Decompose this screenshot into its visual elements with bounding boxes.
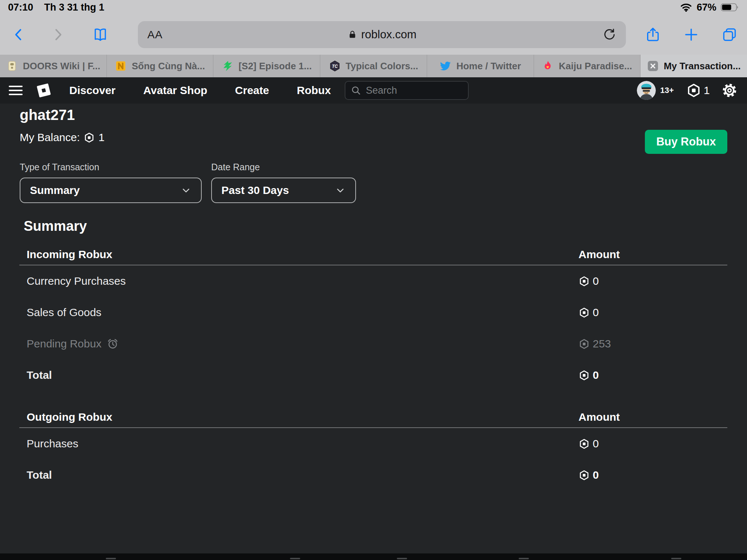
section-title: Summary bbox=[24, 218, 747, 234]
status-time: 07:10 bbox=[8, 2, 33, 13]
table-row-currency-purchases: Currency Purchases 0 bbox=[19, 265, 727, 297]
back-button[interactable] bbox=[12, 27, 26, 42]
date-range-dropdown[interactable]: Past 30 Days bbox=[211, 178, 356, 203]
url-text: roblox.com bbox=[361, 28, 417, 41]
amount-header: Amount bbox=[578, 411, 727, 423]
balance-label: My Balance: bbox=[20, 131, 80, 144]
status-bar: 07:10 Th 3 31 thg 1 67% bbox=[0, 0, 747, 15]
flame-icon bbox=[542, 60, 554, 72]
robux-icon bbox=[578, 470, 590, 481]
robux-icon bbox=[578, 338, 590, 350]
transactions-page: ghat271 My Balance: 1 Buy Robux Type of … bbox=[0, 104, 747, 560]
table-row-purchases: Purchases 0 bbox=[19, 428, 727, 459]
battery-percent: 67% bbox=[697, 2, 716, 13]
row-label: Purchases bbox=[27, 438, 78, 450]
tab-label: Typical Colors... bbox=[346, 61, 418, 72]
tab-s2-episode[interactable]: [S2] Episode 1... bbox=[213, 55, 320, 77]
twitter-bird-icon bbox=[440, 60, 451, 72]
row-label: Currency Purchases bbox=[27, 275, 126, 287]
table-row-pending-robux: Pending Robux 253 bbox=[19, 328, 727, 359]
tab-kaiju-paradise[interactable]: Kaiju Paradise... bbox=[534, 55, 641, 77]
row-label: Total bbox=[27, 369, 52, 381]
amount-value: 0 bbox=[593, 438, 599, 450]
tab-label: DOORS Wiki | F... bbox=[23, 61, 100, 72]
incoming-robux-header: Incoming Robux bbox=[27, 248, 578, 261]
robux-icon bbox=[578, 276, 590, 287]
gear-icon[interactable] bbox=[721, 82, 738, 98]
status-date: Th 3 31 thg 1 bbox=[44, 2, 104, 13]
buy-robux-button[interactable]: Buy Robux bbox=[645, 130, 727, 154]
amount-value: 0 bbox=[593, 275, 599, 287]
robux-count: 1 bbox=[704, 84, 710, 97]
page-title-username: ghat271 bbox=[20, 106, 727, 123]
tab-label: [S2] Episode 1... bbox=[239, 61, 312, 72]
date-range-label: Date Range bbox=[211, 162, 356, 172]
tc-hexagon-icon: TC bbox=[329, 60, 341, 72]
amount-header: Amount bbox=[578, 248, 727, 261]
transaction-type-dropdown[interactable]: Summary bbox=[20, 178, 202, 203]
robux-balance-button[interactable]: 1 bbox=[686, 83, 710, 98]
amount-value: 0 bbox=[593, 306, 599, 319]
menu-button[interactable] bbox=[9, 86, 23, 95]
robux-icon bbox=[686, 83, 701, 98]
row-label: Total bbox=[27, 469, 52, 481]
tab-my-transactions[interactable]: My Transaction... bbox=[640, 55, 747, 77]
nav-link-discover[interactable]: Discover bbox=[69, 84, 116, 97]
nav-link-avatar-shop[interactable]: Avatar Shop bbox=[143, 84, 208, 97]
tab-label: Sống Cùng Nà... bbox=[132, 61, 205, 72]
reader-button[interactable]: AA bbox=[147, 28, 163, 41]
row-label: Pending Robux bbox=[27, 338, 101, 350]
roblox-navbar: Discover Avatar Shop Create Robux 13+ bbox=[0, 77, 747, 104]
balance-value: 1 bbox=[98, 131, 105, 144]
table-row-total: Total 0 bbox=[19, 459, 727, 491]
browser-toolbar: AA roblox.com bbox=[0, 15, 747, 55]
close-icon[interactable] bbox=[647, 60, 659, 72]
forward-button[interactable] bbox=[50, 27, 65, 42]
amount-value: 253 bbox=[593, 338, 611, 350]
nav-link-create[interactable]: Create bbox=[235, 84, 269, 97]
refresh-button[interactable] bbox=[603, 28, 616, 42]
new-tab-button[interactable] bbox=[684, 27, 699, 42]
search-box[interactable] bbox=[345, 81, 469, 100]
transaction-type-label: Type of Transaction bbox=[20, 162, 202, 172]
search-icon bbox=[351, 85, 361, 96]
bookmarks-icon[interactable] bbox=[92, 26, 109, 43]
wifi-icon bbox=[680, 3, 692, 12]
svg-text:TC: TC bbox=[332, 64, 338, 69]
tab-label: Home / Twitter bbox=[456, 61, 521, 72]
nav-link-robux[interactable]: Robux bbox=[297, 84, 331, 97]
outgoing-robux-header: Outgoing Robux bbox=[27, 411, 578, 423]
outgoing-robux-table: Outgoing Robux Amount Purchases 0 Total … bbox=[19, 407, 727, 491]
avatar[interactable] bbox=[637, 81, 656, 100]
incoming-robux-table: Incoming Robux Amount Currency Purchases… bbox=[19, 244, 727, 391]
dropdown-value: Summary bbox=[30, 184, 80, 197]
tab-twitter-home[interactable]: Home / Twitter bbox=[427, 55, 534, 77]
age-badge: 13+ bbox=[660, 86, 674, 95]
tab-bar: DOORS Wiki | F... Sống Cùng Nà... [S2] E… bbox=[0, 55, 747, 77]
robux-icon bbox=[578, 370, 590, 381]
battery-icon bbox=[721, 3, 739, 12]
tab-song-cung-na[interactable]: Sống Cùng Nà... bbox=[107, 55, 214, 77]
n-letter-icon bbox=[115, 60, 127, 72]
footer-strip bbox=[0, 553, 747, 560]
amount-value: 0 bbox=[593, 469, 599, 481]
tab-doors-wiki[interactable]: DOORS Wiki | F... bbox=[0, 55, 107, 77]
tab-typical-colors[interactable]: TC Typical Colors... bbox=[320, 55, 427, 77]
share-button[interactable] bbox=[645, 27, 661, 43]
door-icon bbox=[6, 60, 18, 72]
roblox-logo[interactable] bbox=[35, 82, 53, 99]
lock-icon bbox=[347, 30, 357, 40]
tab-label: My Transaction... bbox=[664, 61, 741, 72]
search-input[interactable] bbox=[366, 85, 463, 96]
table-row-total: Total 0 bbox=[19, 359, 727, 391]
tabs-overview-button[interactable] bbox=[721, 27, 738, 43]
robux-icon bbox=[84, 132, 95, 143]
green-spike-icon bbox=[222, 60, 233, 72]
robux-icon bbox=[578, 307, 590, 318]
amount-value: 0 bbox=[593, 369, 599, 381]
tab-label: Kaiju Paradise... bbox=[559, 61, 632, 72]
robux-icon bbox=[578, 438, 590, 450]
chevron-down-icon bbox=[335, 185, 346, 196]
clock-icon bbox=[107, 338, 119, 350]
url-bar[interactable]: AA roblox.com bbox=[138, 21, 626, 48]
